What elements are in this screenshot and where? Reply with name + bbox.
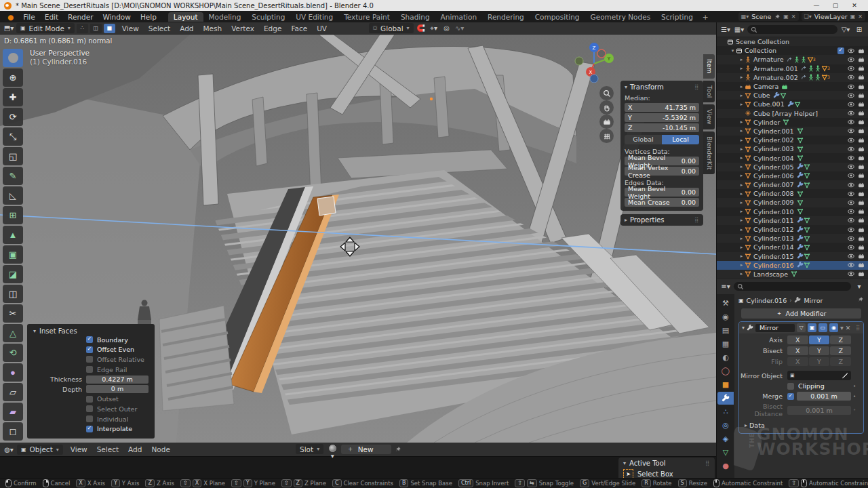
expand-arrow-icon[interactable]: ▸: [738, 271, 745, 277]
viewport-menu-face[interactable]: Face: [286, 24, 312, 33]
tab-physics[interactable]: ◎: [717, 419, 734, 432]
collection-checkbox[interactable]: [837, 47, 844, 54]
tab-object[interactable]: ■: [717, 378, 734, 391]
zoom-view-button[interactable]: [599, 86, 614, 100]
workspace-tab-compositing[interactable]: Compositing: [530, 12, 585, 22]
menu-file[interactable]: File: [18, 13, 40, 21]
outliner-row-cylinder-004[interactable]: ▸Cylinder.004: [717, 153, 868, 162]
outliner-row-cube-array-helper[interactable]: Cube [Array Helper]: [717, 109, 868, 118]
expand-arrow-icon[interactable]: ▾: [730, 48, 736, 54]
pan-view-button[interactable]: [599, 100, 614, 115]
close-button[interactable]: ✕: [845, 2, 864, 9]
mirror-axis-z-button[interactable]: Z: [830, 336, 851, 344]
breadcrumb-object[interactable]: Cylinder.016: [747, 297, 787, 304]
expand-arrow-icon[interactable]: ▸: [738, 164, 745, 169]
outliner-row-armature[interactable]: ▸Armature3: [717, 55, 868, 64]
minimize-button[interactable]: —: [807, 2, 826, 9]
properties-filter-icon[interactable]: ▾: [854, 282, 865, 291]
shader-editor-type-icon[interactable]: ◍▾: [3, 445, 14, 454]
modifier-name-field[interactable]: Mirror: [755, 324, 795, 332]
viewport-menu-view[interactable]: View: [117, 24, 144, 33]
tab-modifiers[interactable]: [717, 392, 734, 405]
expand-arrow-icon[interactable]: ▸: [738, 146, 745, 152]
modifier-render-toggle[interactable]: ◉: [829, 323, 838, 332]
pin-icon[interactable]: [395, 446, 401, 453]
viewport-menu-uv[interactable]: UV: [312, 24, 332, 33]
n-panel-tab-item[interactable]: Item: [703, 54, 715, 79]
modifier-del-icon[interactable]: ✕: [846, 325, 851, 331]
outliner-row-landscape[interactable]: ▸Landscape: [717, 270, 868, 279]
outliner-search-input[interactable]: [747, 25, 837, 34]
blenderkit-asset-tool[interactable]: [3, 49, 23, 67]
workspace-tab-uv-editing[interactable]: UV Editing: [290, 12, 338, 22]
n-panel-tab-blenderkit[interactable]: BlenderKit: [703, 131, 715, 174]
measure-tool[interactable]: ◺: [3, 186, 23, 205]
median-x-field[interactable]: X41.735 m: [625, 103, 699, 112]
proportional-editing-icon[interactable]: ◎: [441, 24, 452, 33]
falloff-curve-icon[interactable]: ∿▾: [454, 24, 465, 33]
face-select-mode-button[interactable]: ■: [104, 24, 115, 33]
outliner-row-cylinder-001[interactable]: ▸Cylinder.001: [717, 127, 868, 136]
annotate-tool[interactable]: ✎: [3, 167, 23, 185]
maximize-button[interactable]: ▢: [826, 2, 845, 9]
toggle-perspective-button[interactable]: [599, 129, 614, 143]
tab-world[interactable]: ◯: [717, 365, 734, 378]
smooth-tool[interactable]: ●: [3, 363, 23, 382]
tab-particles[interactable]: ∴: [717, 405, 734, 418]
inset-select-outer-checkbox[interactable]: [86, 405, 93, 412]
tab-output[interactable]: ▤: [717, 324, 734, 337]
expand-arrow-icon[interactable]: ▸: [738, 119, 745, 125]
vertex-select-mode-button[interactable]: ∴: [77, 24, 88, 33]
shader-menu-select[interactable]: Select: [92, 445, 123, 453]
mirror-modifier-header[interactable]: ▾ Mirror ▽ ▣ ▭ ◉ ▾ ✕ ⣿: [739, 322, 863, 333]
inset-faces-tool[interactable]: ▣: [3, 245, 23, 264]
viewport-menu-vertex[interactable]: Vertex: [226, 24, 259, 33]
active-tool-header[interactable]: ▾Active Tool ⣿: [623, 460, 710, 467]
workspace-tab-sculpting[interactable]: Sculpting: [246, 12, 290, 22]
shader-menu-add[interactable]: Add: [123, 445, 146, 453]
workspace-tab-texture-paint[interactable]: Texture Paint: [338, 12, 395, 22]
outliner-row-cylinder-009[interactable]: ▸Cylinder.009: [717, 198, 868, 207]
transform-tool[interactable]: ◱: [3, 147, 23, 165]
expand-arrow-icon[interactable]: ▸: [738, 128, 745, 134]
expand-arrow-icon[interactable]: ▸: [738, 182, 745, 188]
expand-arrow-icon[interactable]: ▸: [738, 93, 745, 98]
shear-tool[interactable]: ▰: [3, 403, 23, 421]
move-tool[interactable]: ✚: [3, 88, 23, 106]
remove-view-layer-icon[interactable]: ✕: [858, 14, 863, 20]
editor-type-icon[interactable]: ⬒▾: [3, 24, 14, 33]
viewport-3d[interactable]: D: 0.6861 m (0.6861 m) normal User Persp…: [0, 35, 716, 443]
loop-cut-tool[interactable]: ◫: [3, 285, 23, 303]
tab-data[interactable]: ▽: [717, 446, 734, 459]
outliner-scope-icon[interactable]: ▦▾: [734, 25, 745, 35]
outliner-row-cylinder-015[interactable]: ▸Cylinder.015: [717, 252, 868, 261]
edge-select-mode-button[interactable]: ◫: [90, 24, 102, 33]
add-workspace-button[interactable]: +: [698, 13, 713, 21]
unlink-scene-icon[interactable]: ✕: [791, 14, 796, 20]
menu-edit[interactable]: Edit: [40, 13, 63, 21]
expand-arrow-icon[interactable]: ▸: [738, 155, 745, 161]
eyedropper-icon[interactable]: [842, 372, 848, 379]
workspace-tab-modeling[interactable]: Modeling: [203, 12, 247, 22]
outliner-row-cylinder-006[interactable]: ▸Cylinder.006: [717, 171, 868, 180]
n-panel-tab-view[interactable]: View: [703, 104, 715, 129]
mirror-bisect-z-button[interactable]: Z: [830, 346, 851, 355]
global-space-button[interactable]: Global: [625, 135, 662, 144]
tab-material[interactable]: ●: [717, 460, 734, 472]
merge-value-field[interactable]: 0.001 m: [797, 392, 851, 401]
mean-vertex-crease-field[interactable]: Mean Vertex Crease0.00: [625, 167, 699, 176]
inset-offset-even-checkbox[interactable]: [86, 346, 93, 353]
cursor-tool[interactable]: ⊕: [3, 68, 23, 87]
outliner-row-cylinder-016[interactable]: ▸Cylinder.016: [717, 261, 868, 270]
outliner-row-cube[interactable]: ▸Cube: [717, 91, 868, 100]
inset-faces-panel-header[interactable]: ▾Inset Faces: [33, 327, 149, 335]
expand-arrow-icon[interactable]: ▸: [738, 262, 745, 268]
camera-view-button[interactable]: [599, 115, 614, 129]
viewport-menu-edge[interactable]: Edge: [259, 24, 286, 33]
median-y-field[interactable]: Y-5.5392 m: [625, 113, 699, 122]
inset-depth-field[interactable]: 0 m: [86, 385, 149, 393]
bisect-distance-field[interactable]: 0.001 m: [787, 406, 851, 415]
pin-icon[interactable]: [857, 296, 864, 303]
menu-window[interactable]: Window: [98, 13, 135, 21]
tab-view-layer[interactable]: ▦: [717, 338, 734, 350]
